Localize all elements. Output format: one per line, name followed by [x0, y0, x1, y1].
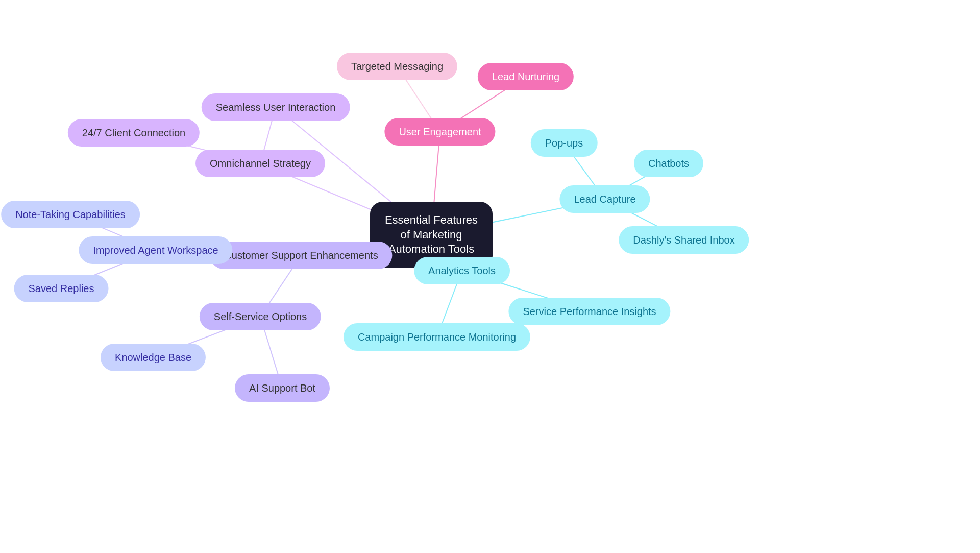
node-omnichannel_strategy[interactable]: Omnichannel Strategy [195, 150, 325, 177]
node-campaign_performance[interactable]: Campaign Performance Monitoring [344, 323, 530, 351]
node-seamless_user_interaction[interactable]: Seamless User Interaction [202, 93, 350, 121]
node-chatbots[interactable]: Chatbots [634, 150, 703, 177]
mindmap-container: Essential Features of Marketing Automati… [0, 0, 980, 553]
node-customer_support[interactable]: Customer Support Enhancements [210, 242, 392, 269]
node-service_performance[interactable]: Service Performance Insights [508, 298, 670, 325]
node-client_connection[interactable]: 24/7 Client Connection [68, 119, 200, 147]
node-saved_replies[interactable]: Saved Replies [14, 275, 109, 302]
node-analytics_tools[interactable]: Analytics Tools [414, 257, 510, 284]
node-ai_support_bot[interactable]: AI Support Bot [235, 374, 330, 402]
node-popups[interactable]: Pop-ups [531, 129, 598, 157]
node-lead_nurturing[interactable]: Lead Nurturing [478, 63, 574, 90]
node-knowledge_base[interactable]: Knowledge Base [101, 344, 206, 371]
node-user_engagement[interactable]: User Engagement [384, 118, 495, 146]
node-self_service[interactable]: Self-Service Options [200, 303, 321, 330]
node-lead_capture[interactable]: Lead Capture [559, 185, 650, 213]
node-improved_agent[interactable]: Improved Agent Workspace [79, 236, 232, 264]
node-note_taking[interactable]: Note-Taking Capabilities [1, 201, 140, 228]
node-targeted_messaging[interactable]: Targeted Messaging [337, 53, 457, 80]
node-dashly_inbox[interactable]: Dashly's Shared Inbox [619, 226, 749, 254]
